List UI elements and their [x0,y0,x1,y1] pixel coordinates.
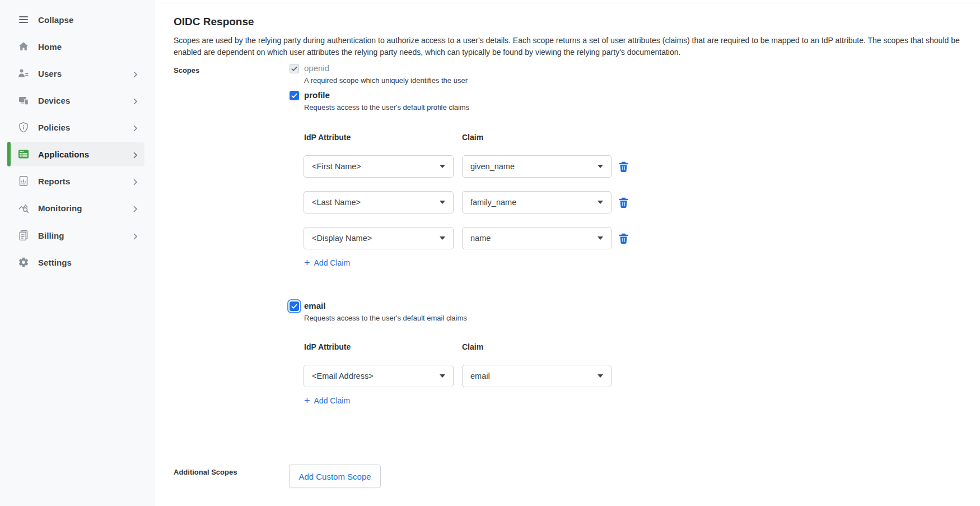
add-custom-scope-button[interactable]: Add Custom Scope [289,465,381,488]
home-icon [17,40,30,53]
email-scope-label[interactable]: email [304,301,325,310]
dropdown-caret-icon [440,201,445,204]
users-icon [17,67,30,80]
email-scope-description: Requests access to the user's default em… [304,314,467,322]
chevron-right-icon [133,232,138,239]
openid-scope-label: openid [304,63,329,73]
idp-attribute-header: IdP Attribute [304,342,351,351]
dropdown-caret-icon [598,374,603,378]
claim-select[interactable]: family_name [462,191,612,213]
dropdown-caret-icon [598,201,603,204]
trash-icon [619,197,630,208]
sidebar-item-label: Home [38,42,62,52]
idp-attribute-value: <First Name> [312,162,361,171]
openid-checkbox [290,64,299,73]
sidebar-item-label: Reports [38,177,70,186]
claim-select[interactable]: name [462,227,612,249]
sidebar-item-collapse[interactable]: Collapse [11,7,144,32]
top-divider [161,3,980,3]
idp-attribute-select[interactable]: <Display Name> [304,227,454,249]
chevron-right-icon [133,151,138,157]
sidebar-item-users[interactable]: Users [11,61,144,86]
chevron-right-icon [133,124,138,131]
checkmark-icon [291,91,297,101]
delete-claim-button[interactable] [619,196,630,208]
plus-icon: + [304,397,310,405]
profile-scope-description: Requests access to the user's default pr… [304,103,469,112]
dropdown-caret-icon [598,165,603,168]
idp-attribute-value: <Display Name> [312,234,372,243]
sidebar-item-devices[interactable]: Devices [11,88,144,113]
sidebar: Collapse Home Users Devices [0,0,156,506]
claim-select[interactable]: email [462,365,612,387]
sidebar-item-label: Monitoring [38,203,82,213]
claim-value: given_name [470,162,515,171]
profile-scope-label[interactable]: profile [304,90,330,100]
sidebar-item-label: Billing [38,231,64,240]
applications-icon [17,148,30,160]
policies-shield-icon [17,121,30,133]
claim-header: Claim [462,342,483,351]
chevron-right-icon [133,178,138,184]
idp-attribute-value: <Email Address> [312,372,374,380]
idp-attribute-header: IdP Attribute [304,133,351,142]
dropdown-caret-icon [440,236,445,240]
monitoring-icon [17,202,30,214]
sidebar-item-monitoring[interactable]: Monitoring [11,196,144,220]
trash-icon [619,161,630,172]
trash-icon [619,233,630,244]
app-root: Collapse Home Users Devices [0,0,980,506]
sidebar-item-reports[interactable]: Reports [11,169,144,193]
devices-icon [17,94,30,106]
add-claim-label: Add Claim [314,396,351,405]
openid-scope-description: A required scope which uniquely identifi… [304,76,468,85]
profile-checkbox[interactable] [290,91,299,100]
claim-select[interactable]: given_name [462,155,612,178]
sidebar-item-label: Devices [38,96,70,105]
sidebar-item-settings[interactable]: Settings [11,250,144,275]
scopes-label: Scopes [174,66,199,75]
checkmark-icon [291,301,297,312]
main-content: OIDC Response Scopes are used by the rel… [155,0,980,506]
sidebar-item-label: Settings [38,258,72,267]
add-claim-label: Add Claim [314,258,351,267]
sidebar-item-home[interactable]: Home [11,34,144,59]
billing-icon [17,229,30,242]
page-title: OIDC Response [174,16,254,28]
sidebar-item-policies[interactable]: Policies [11,115,144,140]
claim-header: Claim [462,133,483,142]
email-checkbox[interactable] [290,301,299,311]
add-claim-link[interactable]: + Add Claim [304,258,350,267]
checkmark-icon [291,64,297,74]
sidebar-item-label: Applications [38,150,89,159]
delete-claim-button[interactable] [619,232,630,244]
gear-icon [17,256,30,268]
plus-icon: + [304,259,310,267]
sidebar-item-label: Users [38,69,62,78]
sidebar-item-label: Policies [38,123,71,132]
chevron-right-icon [133,205,138,211]
claim-value: family_name [470,198,516,207]
reports-icon [17,175,30,187]
idp-attribute-select[interactable]: <Last Name> [304,191,454,213]
chevron-right-icon [133,70,138,77]
chevron-right-icon [133,97,138,104]
page-description: Scopes are used by the relying party dur… [174,35,978,58]
active-indicator-bar [7,142,11,166]
sidebar-item-label: Collapse [38,15,73,25]
dropdown-caret-icon [440,374,445,378]
sidebar-item-billing[interactable]: Billing [11,223,144,248]
idp-attribute-value: <Last Name> [312,198,361,207]
sidebar-item-applications[interactable]: Applications [11,142,144,166]
dropdown-caret-icon [598,236,603,240]
add-claim-link[interactable]: + Add Claim [304,396,350,405]
idp-attribute-select[interactable]: <First Name> [304,155,454,178]
additional-scopes-label: Additional Scopes [174,468,237,476]
dropdown-caret-icon [440,165,445,168]
idp-attribute-select[interactable]: <Email Address> [304,365,454,387]
menu-icon [17,13,30,26]
claim-value: email [470,372,490,380]
delete-claim-button[interactable] [619,160,630,173]
claim-value: name [470,234,491,243]
